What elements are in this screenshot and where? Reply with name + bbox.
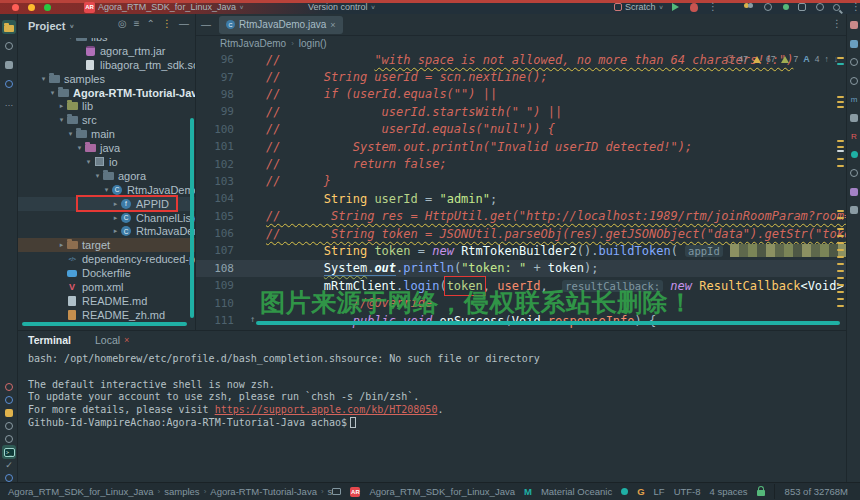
tree-item-channellistener[interactable]: ▸CChannelListener [18,211,195,225]
stripe-mark[interactable] [837,63,844,65]
tree-item-agora-rtm-jar[interactable]: agora_rtm.jar [18,44,195,58]
tree-item-target[interactable]: ▸target [18,238,195,252]
search-everywhere-button[interactable] [833,0,840,14]
breadcrumb-class[interactable]: RtmJavaDemo [220,38,286,49]
stripe-mark[interactable] [837,96,844,98]
more-tools-icon[interactable]: … [2,96,16,110]
memory-indicator[interactable]: 853 of 32768M [774,484,856,499]
stripe-mark[interactable] [837,270,844,272]
project-horizontal-scrollbar[interactable] [22,322,187,326]
tree-item-libagora-rtm-sdk-so[interactable]: libagora_rtm_sdk.so [18,58,195,72]
tree-item-src[interactable]: ▾src [18,113,195,127]
main-menu-button[interactable]: ⋮ [851,0,860,14]
line-number[interactable]: 107 [196,244,246,257]
terminal-cursor[interactable] [350,417,356,428]
stripe-mark[interactable] [837,298,844,300]
user-offline-button[interactable] [764,0,772,14]
tree-chevron-icon[interactable]: ▾ [93,172,102,180]
line-number[interactable]: 103 [196,175,246,188]
status-crumb-samples[interactable]: samples [164,486,199,497]
tree-item-java[interactable]: ▾java [18,141,195,155]
override-marker-icon[interactable]: ↑ [250,314,255,324]
terminal-tab[interactable]: Terminal [28,334,71,346]
stripe-mark[interactable] [837,146,844,148]
project-vertical-scrollbar[interactable] [190,118,194,318]
status-crumb-agora-rtm-sdk-for-linux-java[interactable]: Agora_RTM_SDK_for_Linux_Java [8,486,154,497]
line-number[interactable]: 108 [196,262,246,275]
status-crumb-agora-rtm-tutorial-java[interactable]: Agora-RTM-Tutorial-Java [210,486,317,497]
web-tool-icon[interactable] [2,432,16,446]
editor[interactable]: — C RtmJavaDemo.java × ⋮ RtmJavaDemo › l… [196,14,846,330]
settings-sync-icon[interactable] [848,56,860,68]
tree-item-agora-rtm-tutorial-java-rtm-client-demo[interactable]: ▾Agora-RTM-Tutorial-Java [RTM-Client-Dem… [18,86,195,100]
expand-all-icon[interactable]: ≡ [134,18,140,29]
plugins-icon[interactable] [848,186,860,198]
code-line-108[interactable]: 108 System.out.println("token: " + token… [196,260,846,277]
tree-chevron-icon[interactable]: ▾ [75,144,84,152]
notifications-icon[interactable] [848,19,860,31]
tree-chevron-icon[interactable]: ▾ [84,158,93,166]
grazie-icon[interactable]: G [637,486,644,497]
stripe-mark[interactable] [837,228,844,230]
problems-tool-icon[interactable] [2,393,16,407]
line-number[interactable]: 98 [196,88,246,101]
status-indicator-icon[interactable] [848,149,860,161]
stripe-mark[interactable] [837,235,844,237]
profiler-tool-icon[interactable] [2,380,16,394]
encoding-indicator[interactable]: UTF-8 [674,486,701,497]
line-number[interactable]: 111 [196,314,246,327]
stripe-mark[interactable] [837,57,844,59]
screen-share-icon[interactable] [332,488,341,495]
code-line-98[interactable]: 98// if (userId.equals("") || [196,86,846,103]
stripe-mark[interactable] [837,305,844,307]
stripe-mark[interactable] [837,249,844,251]
editor-horizontal-scrollbar[interactable] [256,321,840,325]
stripe-mark[interactable] [837,210,844,212]
pull-requests-tool-icon[interactable] [2,77,16,91]
code-line-107[interactable]: 107 String token = new RtmTokenBuilder2(… [196,242,846,259]
vcs-widget[interactable]: Version control ∨ [308,0,376,14]
project-tool-icon[interactable] [2,20,16,34]
arrow-up-icon[interactable]: ↑ [825,54,829,64]
terminal-session-tab[interactable]: Local × [95,334,129,346]
device-manager-icon[interactable] [848,204,860,216]
close-tab-icon[interactable]: × [330,20,335,30]
code-line-101[interactable]: 101// System.out.println("Invalid userID… [196,138,846,155]
line-number[interactable]: 110 [196,297,246,310]
code-line-104[interactable]: 104 String userId = "admin"; [196,190,846,207]
hide-tabs-icon[interactable]: — [201,19,211,30]
services-tool-icon[interactable] [2,406,16,420]
stripe-mark[interactable] [837,284,844,286]
tree-item-dependency-reduced-pom-xml[interactable]: </>dependency-reduced-pom.xml [18,252,195,266]
run-config-widget[interactable]: Scratch ∨ [614,0,664,14]
line-number[interactable]: 109 [196,279,246,292]
tree-item-agora[interactable]: ▾agora [18,169,195,183]
stripe-mark[interactable] [837,150,844,152]
database-icon[interactable] [848,38,860,50]
lock-icon[interactable] [757,490,765,496]
code-line-100[interactable]: 100// userId.equals("null")) { [196,121,846,138]
terminal-link[interactable]: https://support.apple.com/kb/HT208050 [215,404,438,415]
line-number[interactable]: 106 [196,227,246,240]
editor-tab[interactable]: C RtmJavaDemo.java × [219,16,343,34]
run-anything-icon[interactable]: R [848,130,860,142]
status-breadcrumbs[interactable]: Agora_RTM_SDK_for_Linux_Java›samples›Ago… [0,486,332,497]
tree-chevron-icon[interactable]: ▸ [111,227,120,235]
tree-chevron-icon[interactable]: ▸ [57,241,66,249]
line-number[interactable]: 104 [196,192,246,205]
settings-tool-icon[interactable] [2,419,16,433]
tree-item-dockerfile[interactable]: Dockerfile [18,266,195,280]
options-kebab-icon[interactable]: ⋮ [162,18,172,29]
stripe-mark[interactable] [837,165,844,167]
stripe-mark[interactable] [837,291,844,293]
tree-item-pom-xml[interactable]: Vpom.xml [18,280,195,294]
terminal-tool-icon[interactable]: >_ [2,445,16,459]
error-stripe[interactable] [836,36,846,330]
inspections-widget[interactable]: 47677A4↑↓ [726,54,838,64]
zoom-window-button[interactable] [44,4,51,11]
hide-panel-icon[interactable]: — [179,18,189,29]
terminal-output[interactable]: bash: /opt/homebrew/etc/profile.d/bash_c… [28,353,856,480]
collaboration-icon[interactable] [848,167,860,179]
tree-chevron-icon[interactable]: ▾ [102,186,111,194]
line-number[interactable]: 97 [196,71,246,84]
